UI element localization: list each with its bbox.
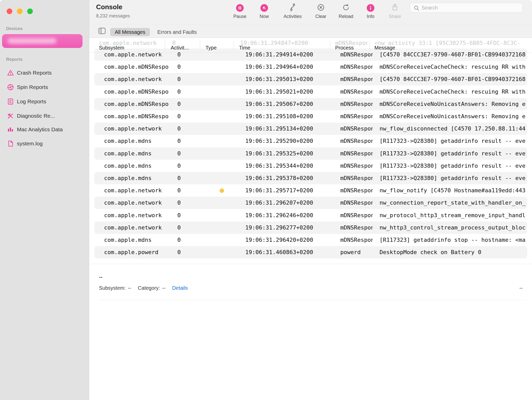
table-cell: 0 (177, 61, 195, 73)
sidebar-item-label: Diagnostic Re... (17, 110, 55, 122)
table-cell: 0 (177, 172, 195, 184)
column-divider[interactable] (369, 41, 370, 50)
table-row[interactable]: com.apple.network019:06:31.296277+0200mD… (94, 222, 527, 234)
table-row[interactable]: com.apple.mDNSResponder019:06:31.295067+… (94, 98, 527, 110)
table-cell: mDNSCoreReceiveNoUnicastAnswers: Removin… (380, 110, 528, 123)
reports-section-header: Reports (6, 57, 23, 62)
search-field[interactable] (410, 3, 523, 13)
share-button-label: Share (384, 14, 406, 19)
page-title: Console (96, 3, 122, 11)
column-header-time[interactable]: Time (239, 43, 250, 52)
table-cell: mDNSResponder (340, 184, 373, 197)
table-cell: [R117323->Q28380] getaddrinfo result -- … (380, 172, 528, 184)
devices-section-header: Devices (6, 26, 23, 31)
now-button-label: Now (253, 14, 275, 19)
pause-button[interactable]: Pause (229, 2, 251, 24)
table-cell: 19:06:31.295378+0200 (245, 172, 317, 184)
header-divider (89, 52, 532, 52)
table-cell: com.apple.network (104, 209, 169, 222)
table-row[interactable]: com.apple.mDNSResponder019:06:31.295021+… (94, 86, 527, 98)
column-header-type[interactable]: Type (206, 43, 217, 52)
sidebar-item-log-reports[interactable]: Log Reports (0, 96, 89, 107)
sidebar-item-selected-device[interactable] (2, 34, 83, 48)
column-header-activity[interactable]: Activit… (171, 43, 189, 52)
sidebar-toggle-icon[interactable] (98, 28, 106, 34)
column-divider[interactable] (200, 41, 200, 50)
table-row[interactable]: com.apple.mDNSResponder019:06:31.295108+… (94, 110, 527, 123)
table-cell: 0 (177, 209, 195, 222)
table-row[interactable]: com.apple.network019:06:31.296246+0200mD… (94, 209, 527, 222)
table-row[interactable]: com.apple.mdns019:06:31.296420+0200mDNSR… (94, 234, 527, 246)
device-name-redacted (8, 38, 56, 44)
table-cell: mDNSCoreReceiveNoUnicastAnswers: Removin… (380, 98, 528, 110)
table-row[interactable]: com.apple.mdns019:06:31.295325+0200mDNSR… (94, 147, 527, 160)
table-cell: mDNSCoreReceiveCacheCheck: rescuing RR w… (380, 61, 528, 73)
detail-category-value: -- (162, 285, 166, 291)
table-row[interactable]: com.apple.mdns019:06:31.295344+0200mDNSR… (94, 160, 527, 172)
table-cell: mDNSResponder (340, 197, 373, 209)
column-header-subsystem[interactable]: Subsystem (99, 43, 124, 52)
sidebar-item-diagnostic-reports[interactable]: Diagnostic Re... (0, 110, 89, 122)
table-cell: com.apple.mdns (104, 135, 169, 147)
bar-chart-icon (7, 126, 14, 133)
table-cell: 0 (177, 160, 195, 172)
zoom-window-button[interactable] (27, 8, 33, 14)
sidebar-item-mac-analytics-data[interactable]: Mac Analytics Data (0, 124, 89, 135)
table-cell: 19:06:31.460863+0200 (245, 246, 317, 258)
clear-circle-x-icon (317, 3, 325, 13)
sidebar-item-crash-reports[interactable]: Crash Reports (0, 67, 89, 78)
table-cell: [C4570 84CCC3E7-9790-4607-BF01-CB9940372… (380, 73, 528, 85)
info-button[interactable]: Info (360, 2, 381, 24)
table-row[interactable]: com.apple.network019:06:31.295013+0200mD… (94, 73, 527, 85)
close-window-button[interactable] (7, 8, 12, 14)
pause-button-label: Pause (229, 14, 251, 19)
table-row[interactable]: com.apple.network019:06:31.295717+0200mD… (94, 184, 527, 197)
table-cell: com.apple.mDNSResponder (104, 61, 169, 73)
table-cell: 19:06:31.295325+0200 (245, 147, 317, 160)
column-divider[interactable] (165, 41, 165, 50)
table-cell: 19:06:31.295344+0200 (245, 160, 317, 172)
clear-button[interactable]: Clear (310, 2, 332, 24)
tab-errors-and-faults[interactable]: Errors and Faults (157, 28, 197, 36)
info-icon (367, 4, 374, 12)
table-cell: 0 (177, 246, 195, 258)
table-cell: com.apple.mdns (104, 147, 169, 160)
search-input[interactable] (422, 3, 520, 12)
pause-icon (236, 4, 244, 12)
table-cell: DesktopMode check on Battery 0 (380, 246, 528, 258)
column-divider[interactable] (330, 41, 330, 50)
minimize-window-button[interactable] (17, 8, 23, 14)
table-row[interactable]: com.apple.network019:06:31.296207+0200mD… (94, 197, 527, 209)
sidebar-item-system-log[interactable]: system.log (0, 138, 89, 149)
search-icon (414, 5, 420, 12)
table-cell: 0 (177, 135, 195, 147)
now-button[interactable]: Now (253, 2, 275, 24)
activities-button-label: Activities (282, 14, 303, 19)
table-cell: 19:06:31.296420+0200 (245, 234, 317, 246)
clear-button-label: Clear (310, 14, 332, 19)
column-divider[interactable] (234, 41, 234, 50)
table-row[interactable]: com.apple.mdns019:06:31.295378+0200mDNSR… (94, 172, 527, 184)
sidebar-item-label: system.log (17, 138, 43, 149)
tab-all-messages[interactable]: All Messages (110, 28, 150, 36)
log-table: com.apple.network019:06:31.294914+0200mD… (89, 38, 532, 264)
reload-button[interactable]: Reload (335, 2, 357, 24)
details-link[interactable]: Details (172, 285, 188, 291)
table-row[interactable]: com.apple.network019:06:31.295134+0200mD… (94, 123, 527, 135)
table-cell: 0 (177, 234, 195, 246)
table-row[interactable]: com.apple.mDNSResponder019:06:31.294964+… (94, 61, 527, 73)
table-row[interactable]: com.apple.powerd019:06:31.460863+0200pow… (94, 246, 527, 258)
table-cell: mDNSResponder (340, 209, 373, 222)
table-cell: 0 (177, 197, 195, 209)
table-row[interactable]: com.apple.mdns019:06:31.295290+0200mDNSR… (94, 135, 527, 147)
table-cell: com.apple.mDNSResponder (104, 110, 169, 123)
share-button[interactable]: Share (384, 2, 406, 24)
column-header-message[interactable]: Message (374, 43, 395, 52)
sidebar-item-spin-reports[interactable]: Spin Reports (0, 82, 89, 93)
table-cell: com.apple.mdns (104, 234, 169, 246)
message-count: 8,232 messages (96, 13, 130, 19)
column-header-process[interactable]: Process (335, 43, 354, 52)
activities-button[interactable]: Activities (282, 2, 303, 24)
detail-bottom-divider (99, 300, 527, 300)
table-cell: nw_http3_control_stream_process_output_b… (380, 222, 528, 234)
